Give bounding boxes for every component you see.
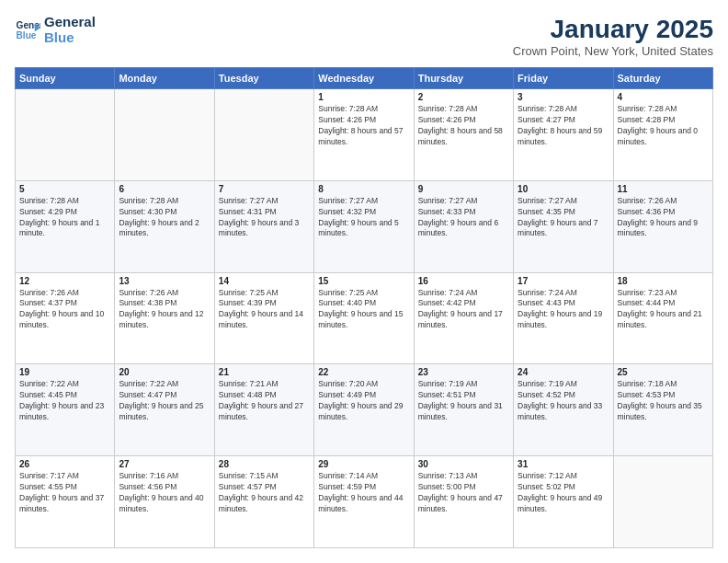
day-info: Daylight: 9 hours and 49 minutes. — [518, 493, 609, 515]
day-info: Sunset: 4:56 PM — [119, 482, 210, 493]
calendar-body: 1Sunrise: 7:28 AMSunset: 4:26 PMDaylight… — [16, 89, 713, 548]
day-number: 11 — [618, 184, 709, 194]
calendar-cell: 18Sunrise: 7:23 AMSunset: 4:44 PMDayligh… — [613, 272, 712, 364]
day-info: Sunset: 4:43 PM — [518, 298, 609, 309]
calendar-week-row: 19Sunrise: 7:22 AMSunset: 4:45 PMDayligh… — [16, 364, 713, 456]
day-number: 1 — [318, 92, 409, 102]
day-info: Daylight: 9 hours and 21 minutes. — [618, 309, 709, 331]
calendar-cell: 27Sunrise: 7:16 AMSunset: 4:56 PMDayligh… — [115, 456, 214, 548]
calendar-table: SundayMondayTuesdayWednesdayThursdayFrid… — [15, 67, 713, 548]
calendar-cell — [214, 89, 313, 181]
day-info: Sunset: 4:40 PM — [318, 298, 409, 309]
day-number: 17 — [518, 276, 609, 286]
calendar-cell: 31Sunrise: 7:12 AMSunset: 5:02 PMDayligh… — [514, 456, 613, 548]
day-info: Sunrise: 7:12 AM — [518, 471, 609, 482]
day-info: Daylight: 9 hours and 37 minutes. — [19, 493, 110, 515]
calendar-cell: 23Sunrise: 7:19 AMSunset: 4:51 PMDayligh… — [414, 364, 513, 456]
day-info: Sunset: 4:32 PM — [318, 207, 409, 218]
day-number: 26 — [19, 459, 110, 469]
weekday-header: Saturday — [613, 68, 712, 89]
day-number: 28 — [219, 459, 310, 469]
day-number: 30 — [418, 459, 509, 469]
day-info: Daylight: 9 hours and 15 minutes. — [318, 309, 409, 331]
calendar-cell: 13Sunrise: 7:26 AMSunset: 4:38 PMDayligh… — [115, 272, 214, 364]
day-number: 20 — [119, 367, 210, 377]
day-info: Daylight: 9 hours and 23 minutes. — [19, 401, 110, 423]
day-info: Sunrise: 7:28 AM — [618, 104, 709, 115]
day-info: Sunrise: 7:27 AM — [518, 196, 609, 207]
day-info: Sunrise: 7:16 AM — [119, 471, 210, 482]
day-info: Sunrise: 7:19 AM — [518, 379, 609, 390]
day-info: Sunset: 4:44 PM — [618, 298, 709, 309]
day-info: Daylight: 8 hours and 58 minutes. — [418, 126, 509, 148]
day-info: Sunset: 4:33 PM — [418, 207, 509, 218]
day-info: Sunrise: 7:27 AM — [318, 196, 409, 207]
day-info: Daylight: 9 hours and 9 minutes. — [618, 218, 709, 240]
calendar-cell: 24Sunrise: 7:19 AMSunset: 4:52 PMDayligh… — [514, 364, 613, 456]
page: General Blue General Blue January 2025 C… — [0, 0, 728, 563]
day-info: Sunset: 4:26 PM — [318, 115, 409, 126]
day-info: Sunrise: 7:26 AM — [618, 196, 709, 207]
day-number: 6 — [119, 184, 210, 194]
day-number: 5 — [19, 184, 110, 194]
day-info: Sunset: 4:35 PM — [518, 207, 609, 218]
header: General Blue General Blue January 2025 C… — [15, 15, 713, 58]
day-info: Daylight: 9 hours and 33 minutes. — [518, 401, 609, 423]
day-info: Sunrise: 7:26 AM — [19, 288, 110, 299]
day-info: Daylight: 9 hours and 3 minutes. — [219, 218, 310, 240]
day-info: Sunset: 4:52 PM — [518, 390, 609, 401]
calendar-cell: 9Sunrise: 7:27 AMSunset: 4:33 PMDaylight… — [414, 180, 513, 272]
calendar-week-row: 5Sunrise: 7:28 AMSunset: 4:29 PMDaylight… — [16, 180, 713, 272]
day-number: 7 — [219, 184, 310, 194]
day-info: Sunrise: 7:24 AM — [418, 288, 509, 299]
day-info: Sunset: 4:38 PM — [119, 298, 210, 309]
svg-text:Blue: Blue — [17, 30, 37, 40]
day-info: Sunrise: 7:28 AM — [19, 196, 110, 207]
day-info: Sunrise: 7:17 AM — [19, 471, 110, 482]
day-number: 2 — [418, 92, 509, 102]
day-info: Daylight: 9 hours and 19 minutes. — [518, 309, 609, 331]
logo-icon: General Blue — [15, 17, 40, 43]
day-info: Sunset: 4:26 PM — [418, 115, 509, 126]
day-info: Daylight: 9 hours and 7 minutes. — [518, 218, 609, 240]
day-number: 3 — [518, 92, 609, 102]
day-info: Sunrise: 7:28 AM — [418, 104, 509, 115]
day-number: 19 — [19, 367, 110, 377]
day-info: Sunset: 4:30 PM — [119, 207, 210, 218]
day-number: 31 — [518, 459, 609, 469]
weekday-header: Thursday — [414, 68, 513, 89]
day-info: Daylight: 9 hours and 44 minutes. — [318, 493, 409, 515]
calendar-cell: 1Sunrise: 7:28 AMSunset: 4:26 PMDaylight… — [314, 89, 414, 181]
calendar-cell: 16Sunrise: 7:24 AMSunset: 4:42 PMDayligh… — [414, 272, 513, 364]
calendar-cell: 22Sunrise: 7:20 AMSunset: 4:49 PMDayligh… — [314, 364, 414, 456]
calendar-cell: 15Sunrise: 7:25 AMSunset: 4:40 PMDayligh… — [314, 272, 414, 364]
calendar-cell: 7Sunrise: 7:27 AMSunset: 4:31 PMDaylight… — [214, 180, 313, 272]
day-info: Sunrise: 7:25 AM — [219, 288, 310, 299]
day-info: Daylight: 9 hours and 1 minute. — [19, 218, 110, 240]
day-info: Daylight: 9 hours and 6 minutes. — [418, 218, 509, 240]
day-info: Sunset: 5:00 PM — [418, 482, 509, 493]
day-info: Sunrise: 7:28 AM — [119, 196, 210, 207]
day-info: Daylight: 9 hours and 35 minutes. — [618, 401, 709, 423]
day-number: 18 — [618, 276, 709, 286]
calendar-cell: 29Sunrise: 7:14 AMSunset: 4:59 PMDayligh… — [314, 456, 414, 548]
calendar-cell: 17Sunrise: 7:24 AMSunset: 4:43 PMDayligh… — [514, 272, 613, 364]
day-number: 21 — [219, 367, 310, 377]
day-info: Sunset: 4:53 PM — [618, 390, 709, 401]
day-info: Daylight: 9 hours and 29 minutes. — [318, 401, 409, 423]
calendar-cell — [613, 456, 712, 548]
weekday-header: Monday — [115, 68, 214, 89]
day-number: 13 — [119, 276, 210, 286]
day-info: Sunset: 4:39 PM — [219, 298, 310, 309]
main-title: January 2025 — [513, 15, 713, 44]
calendar-week-row: 26Sunrise: 7:17 AMSunset: 4:55 PMDayligh… — [16, 456, 713, 548]
day-number: 24 — [518, 367, 609, 377]
day-info: Daylight: 9 hours and 12 minutes. — [119, 309, 210, 331]
day-number: 8 — [318, 184, 409, 194]
day-info: Daylight: 9 hours and 14 minutes. — [219, 309, 310, 331]
calendar-cell: 28Sunrise: 7:15 AMSunset: 4:57 PMDayligh… — [214, 456, 313, 548]
day-info: Daylight: 9 hours and 47 minutes. — [418, 493, 509, 515]
day-number: 27 — [119, 459, 210, 469]
day-info: Sunrise: 7:15 AM — [219, 471, 310, 482]
weekday-header: Sunday — [16, 68, 115, 89]
